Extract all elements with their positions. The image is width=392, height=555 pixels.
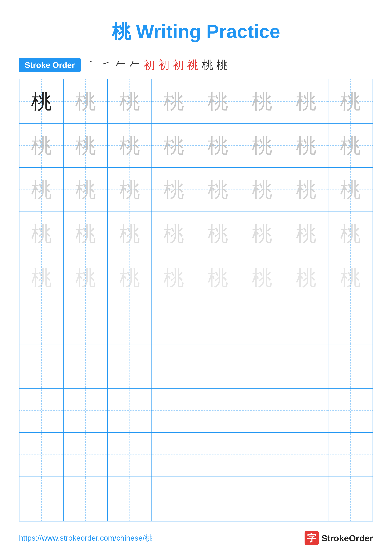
grid-cell-r8c1[interactable] [20, 388, 64, 433]
grid-cell-r10c1[interactable] [20, 477, 64, 521]
stroke-order-row: Stroke Order ｀ ㇀ 𠂉 𠂉 初 初 初 祧 桃 桃 [19, 58, 373, 73]
grid-cell-r8c4[interactable] [152, 388, 196, 433]
char-r1c4: 桃 [164, 91, 184, 112]
grid-cell-r9c4[interactable] [152, 433, 196, 477]
grid-cell-r5c8: 桃 [328, 256, 372, 300]
grid-cell-r9c3[interactable] [108, 433, 152, 477]
grid-cell-r9c8[interactable] [328, 433, 372, 477]
grid-cell-r1c4: 桃 [152, 80, 196, 124]
grid-cell-r8c6[interactable] [240, 388, 284, 433]
grid-cell-r9c6[interactable] [240, 433, 284, 477]
grid-cell-r7c8[interactable] [328, 344, 372, 388]
grid-cell-r6c6[interactable] [240, 300, 284, 344]
stroke-3: 𠂉 [114, 58, 126, 72]
grid-cell-r10c6[interactable] [240, 477, 284, 521]
grid-cell-r1c6: 桃 [240, 80, 284, 124]
char-r1c6: 桃 [252, 91, 272, 112]
stroke-7: 初 [173, 58, 184, 73]
grid-cell-r8c5[interactable] [196, 388, 240, 433]
footer-logo-text: StrokeOrder [321, 533, 373, 543]
char-r3c1: 桃 [31, 179, 52, 200]
grid-cell-r6c5[interactable] [196, 300, 240, 344]
char-r3c7: 桃 [296, 179, 316, 200]
practice-grid: 桃 桃 桃 桃 桃 桃 桃 桃 桃 桃 桃 [19, 79, 373, 521]
char-r4c6: 桃 [252, 224, 272, 244]
char-r3c5: 桃 [208, 179, 228, 200]
grid-cell-r4c3: 桃 [108, 212, 152, 256]
grid-cell-r10c2[interactable] [64, 477, 108, 521]
grid-cell-r1c1: 桃 [20, 80, 64, 124]
char-r5c7: 桃 [296, 268, 316, 288]
char-r1c1: 桃 [31, 91, 52, 112]
footer: https://www.strokeorder.com/chinese/桃 字 … [19, 521, 373, 545]
grid-cell-r1c3: 桃 [108, 80, 152, 124]
char-r2c3: 桃 [119, 135, 140, 156]
grid-cell-r8c3[interactable] [108, 388, 152, 433]
footer-logo-icon: 字 [305, 531, 319, 545]
grid-cell-r5c2: 桃 [64, 256, 108, 300]
grid-cell-r7c6[interactable] [240, 344, 284, 388]
grid-cell-r8c2[interactable] [64, 388, 108, 433]
title-text: Writing Practice [131, 21, 280, 42]
grid-cell-r5c4: 桃 [152, 256, 196, 300]
grid-cell-r6c4[interactable] [152, 300, 196, 344]
grid-cell-r2c8: 桃 [328, 124, 372, 168]
char-r5c6: 桃 [252, 268, 272, 288]
char-r4c4: 桃 [164, 224, 184, 244]
grid-cell-r2c5: 桃 [196, 124, 240, 168]
grid-cell-r9c1[interactable] [20, 433, 64, 477]
grid-cell-r8c8[interactable] [328, 388, 372, 433]
grid-cell-r5c7: 桃 [284, 256, 328, 300]
grid-cell-r9c5[interactable] [196, 433, 240, 477]
grid-cell-r7c5[interactable] [196, 344, 240, 388]
grid-cell-r7c4[interactable] [152, 344, 196, 388]
page: 桃 Writing Practice Stroke Order ｀ ㇀ 𠂉 𠂉 … [0, 0, 392, 555]
grid-cell-r6c3[interactable] [108, 300, 152, 344]
grid-cell-r10c5[interactable] [196, 477, 240, 521]
grid-cell-r7c3[interactable] [108, 344, 152, 388]
grid-cell-r3c7: 桃 [284, 168, 328, 212]
grid-cell-r10c4[interactable] [152, 477, 196, 521]
char-r4c5: 桃 [208, 224, 228, 244]
char-r2c2: 桃 [75, 135, 96, 156]
grid-cell-r8c7[interactable] [284, 388, 328, 433]
grid-cell-r6c8[interactable] [328, 300, 372, 344]
char-r4c2: 桃 [75, 224, 96, 244]
grid-cell-r10c7[interactable] [284, 477, 328, 521]
char-r5c4: 桃 [164, 268, 184, 288]
stroke-6: 初 [158, 58, 170, 73]
char-r2c8: 桃 [340, 135, 361, 156]
grid-cell-r3c4: 桃 [152, 168, 196, 212]
stroke-2: ㇀ [100, 58, 111, 73]
grid-cell-r3c2: 桃 [64, 168, 108, 212]
grid-cell-r5c3: 桃 [108, 256, 152, 300]
grid-cell-r9c7[interactable] [284, 433, 328, 477]
grid-cell-r4c1: 桃 [20, 212, 64, 256]
grid-cell-r3c1: 桃 [20, 168, 64, 212]
char-r4c1: 桃 [31, 224, 52, 244]
char-r5c8: 桃 [340, 268, 361, 288]
grid-cell-r10c3[interactable] [108, 477, 152, 521]
char-r5c5: 桃 [208, 268, 228, 288]
char-r3c6: 桃 [252, 179, 272, 200]
grid-cell-r5c5: 桃 [196, 256, 240, 300]
grid-cell-r6c7[interactable] [284, 300, 328, 344]
grid-cell-r1c2: 桃 [64, 80, 108, 124]
footer-logo-char: 字 [307, 532, 316, 545]
char-r5c2: 桃 [75, 268, 96, 288]
grid-cell-r1c5: 桃 [196, 80, 240, 124]
stroke-1: ｀ [86, 58, 97, 73]
grid-cell-r6c2[interactable] [64, 300, 108, 344]
grid-cell-r9c2[interactable] [64, 433, 108, 477]
grid-cell-r5c6: 桃 [240, 256, 284, 300]
grid-cell-r7c1[interactable] [20, 344, 64, 388]
grid-cell-r1c8: 桃 [328, 80, 372, 124]
grid-cell-r6c1[interactable] [20, 300, 64, 344]
grid-cell-r7c7[interactable] [284, 344, 328, 388]
grid-cell-r4c8: 桃 [328, 212, 372, 256]
grid-cell-r10c8[interactable] [328, 477, 372, 521]
char-r2c7: 桃 [296, 135, 316, 156]
grid-cell-r4c7: 桃 [284, 212, 328, 256]
grid-cell-r4c6: 桃 [240, 212, 284, 256]
grid-cell-r7c2[interactable] [64, 344, 108, 388]
